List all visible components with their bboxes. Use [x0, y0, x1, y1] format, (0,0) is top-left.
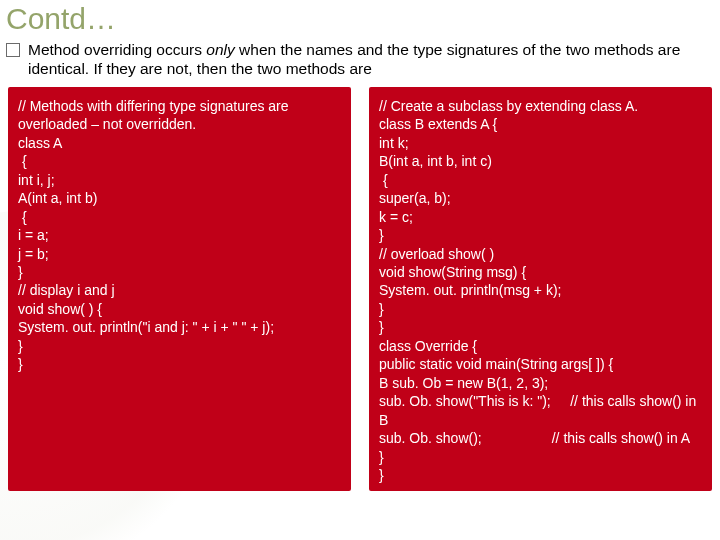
code-line: class A: [18, 134, 341, 152]
code-line: class Override {: [379, 337, 702, 355]
code-line: j = b;: [18, 245, 341, 263]
code-line: {: [18, 208, 341, 226]
code-line: // Create a subclass by extending class …: [379, 97, 702, 115]
code-line: }: [379, 448, 702, 466]
code-line: class B extends A {: [379, 115, 702, 133]
code-line: // Methods with differing type signature…: [18, 97, 341, 134]
code-line: B(int a, int b, int c): [379, 152, 702, 170]
code-line: }: [379, 226, 702, 244]
code-line: System. out. println("i and j: " + i + "…: [18, 318, 341, 336]
code-line: int i, j;: [18, 171, 341, 189]
code-line: sub. Ob. show("This is k: "); // this ca…: [379, 392, 702, 429]
code-line: }: [379, 466, 702, 484]
code-line: void show(String msg) {: [379, 263, 702, 281]
code-line: void show( ) {: [18, 300, 341, 318]
slide-title: Contd…: [0, 0, 720, 40]
code-line: i = a;: [18, 226, 341, 244]
code-line: A(int a, int b): [18, 189, 341, 207]
code-line: public static void main(String args[ ]) …: [379, 355, 702, 373]
bullet-text: Method overriding occurs only when the n…: [28, 40, 714, 79]
code-line: {: [379, 171, 702, 189]
code-line: int k;: [379, 134, 702, 152]
code-line: }: [18, 355, 341, 373]
code-line: sub. Ob. show(); // this calls show() in…: [379, 429, 702, 447]
code-column-right: // Create a subclass by extending class …: [369, 87, 712, 491]
code-line: super(a, b);: [379, 189, 702, 207]
code-line: B sub. Ob = new B(1, 2, 3);: [379, 374, 702, 392]
code-line: }: [18, 263, 341, 281]
code-line: System. out. println(msg + k);: [379, 281, 702, 299]
code-line: }: [379, 318, 702, 336]
code-line: {: [18, 152, 341, 170]
code-columns: // Methods with differing type signature…: [0, 85, 720, 491]
code-line: // overload show( ): [379, 245, 702, 263]
code-column-left: // Methods with differing type signature…: [8, 87, 351, 491]
bullet-item: Method overriding occurs only when the n…: [0, 40, 720, 85]
code-line: }: [379, 300, 702, 318]
square-bullet-icon: [6, 43, 20, 57]
code-line: k = c;: [379, 208, 702, 226]
code-line: // display i and j: [18, 281, 341, 299]
code-line: }: [18, 337, 341, 355]
